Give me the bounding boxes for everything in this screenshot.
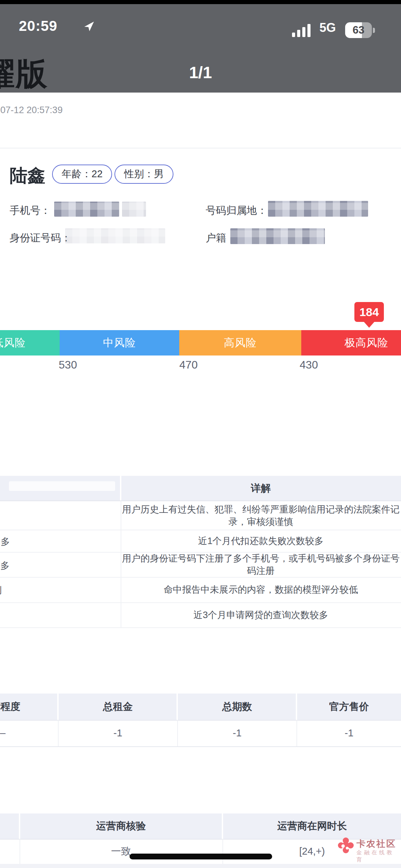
page-indicator: 1/1 — [0, 63, 401, 82]
household-value-redacted — [230, 228, 325, 244]
rental-value-total-terms: -1 — [178, 720, 296, 746]
rental-table-line — [0, 746, 401, 747]
id-number-label: 身份证号码： — [10, 231, 71, 245]
operator-value-verify: 一致 — [20, 839, 222, 864]
risk-score-tooltip: 184 — [354, 302, 384, 322]
section-divider — [0, 148, 401, 148]
phone-value-redacted — [54, 202, 119, 217]
phone-label: 手机号： — [10, 204, 51, 218]
id-number-value-redacted — [65, 228, 165, 243]
risk-row-detail: 近3个月申请网贷的查询次数较多 — [121, 602, 401, 627]
gauge-segment-high: 高风险 — [179, 330, 301, 355]
phone-region-label: 号码归属地： — [206, 204, 267, 218]
status-time: 20:59 — [19, 18, 57, 34]
risk-table-line — [0, 627, 401, 628]
rental-value-degree-fragment: – — [0, 720, 10, 746]
battery-percent: 63 — [353, 24, 364, 36]
gauge-segment-mid: 中风险 — [60, 330, 179, 355]
risk-table-header-left-redacted — [9, 481, 115, 491]
watermark-subtitle: 金融在线教育 — [356, 849, 401, 864]
gauge-tick-530: 530 — [47, 359, 88, 371]
operator-header-tenure: 运营商在网时长 — [223, 813, 401, 839]
signal-icon — [292, 24, 315, 37]
risk-row-fragment: 别 — [0, 584, 2, 596]
risk-score-value: 184 — [360, 305, 379, 319]
risk-table-header-detail: 详解 — [121, 476, 401, 501]
risk-score-tooltip-arrow — [364, 322, 375, 328]
risk-row-detail: 近1个月代扣还款失败次数较多 — [121, 530, 401, 552]
age-badge: 年龄：22 — [52, 165, 112, 184]
kanong-logo-icon — [338, 837, 354, 854]
rental-header-official-price: 官方售价 — [297, 694, 401, 720]
report-timestamp: -07-12 20:57:39 — [0, 105, 63, 116]
phone-region-value-redacted — [268, 201, 368, 217]
rental-header-total-terms: 总期数 — [178, 694, 296, 720]
status-bar: 20:59 5G 63 耀版 1/1 — [0, 4, 401, 93]
rental-value-total-rent: -1 — [59, 720, 177, 746]
rental-header-total-rent: 总租金 — [59, 694, 177, 720]
gauge-segment-mid-label: 中风险 — [103, 336, 136, 350]
gender-badge-label: 性别：男 — [124, 167, 164, 181]
risk-row-fragment: 多 — [1, 535, 10, 548]
risk-row-detail: 用户历史上有过失信、犯罪、纠纷等严重影响信用记录的法院案件记录，审核须谨慎 — [121, 501, 401, 530]
battery-icon: 63 — [345, 22, 372, 38]
phone-value-redacted-tail — [122, 202, 146, 217]
home-indicator[interactable] — [130, 854, 272, 859]
risk-row-fragment: 较多 — [0, 559, 10, 572]
rental-value-official-price: -1 — [297, 720, 401, 746]
gauge-segment-extreme: 极高风险 — [301, 330, 401, 355]
report-screen: 20:59 5G 63 耀版 1/1 -07-12 20:57:39 陆鑫 年龄… — [0, 0, 401, 868]
gauge-tick-470: 470 — [168, 359, 209, 371]
gauge-segment-high-label: 高风险 — [224, 336, 257, 350]
gauge-tick-430: 430 — [288, 359, 329, 371]
age-badge-label: 年龄：22 — [62, 167, 102, 181]
battery-cap — [373, 28, 375, 33]
gauge-segment-low-label: 低风险 — [0, 336, 26, 350]
rental-header-degree: 程度 — [0, 694, 27, 720]
gauge-segment-extreme-label: 极高风险 — [344, 336, 388, 350]
location-icon — [83, 21, 95, 32]
person-name: 陆鑫 — [10, 164, 45, 188]
bottom-strip — [0, 864, 401, 868]
network-type: 5G — [319, 21, 336, 35]
watermark-title: 卡农社区 — [356, 838, 396, 850]
operator-header-verify: 运营商核验 — [20, 813, 222, 839]
risk-row-detail: 用户的身份证号码下注册了多个手机号，或手机号码被多个身份证号码注册 — [121, 552, 401, 577]
risk-row-detail: 命中报告中未展示的内容，数据的模型评分较低 — [121, 577, 401, 602]
gender-badge: 性别：男 — [114, 165, 173, 184]
gauge-segment-low: 低风险 — [0, 330, 60, 355]
top-black-strip — [0, 0, 401, 4]
